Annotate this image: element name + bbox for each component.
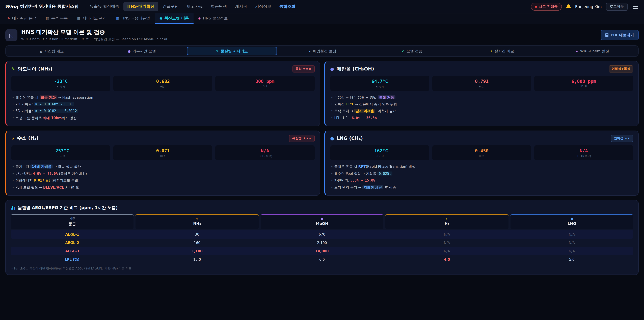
logout-button[interactable]: 로그아웃 <box>606 3 628 11</box>
table-col-grade: 기준 등급 <box>11 214 134 229</box>
page-title: HNS 대기확산 모델 이론 및 검증 <box>21 29 168 36</box>
bell-icon[interactable] <box>566 4 571 9</box>
stat-specific-gravity: 0.791 비중 <box>432 76 531 91</box>
card-bullet: 해수면 Pool 형성 → 기화율 0.025t <box>330 170 633 177</box>
card-header: ⚡ 수소 (H₂) 폭발성 ★★★ <box>12 135 314 142</box>
rocket-icon: ➤ <box>576 49 578 53</box>
card-methanol: ● 메탄올 (CH₃OH) 인화성+독성 64.7°C 비등점 0.791 비중… <box>324 61 639 126</box>
nav-item-weather[interactable]: 기상정보 <box>252 2 275 12</box>
card-bullet: 3D 기화율: m = 0.0182t - 0.0112 <box>12 108 314 115</box>
user-name: Eunjeong Kim <box>575 4 602 9</box>
main-menu: 유출유 확산예측 HNS·대기확산 긴급구난 보고자료 항공탐색 게시판 기상정… <box>86 2 299 12</box>
stab-model-validation[interactable]: ✔ 모델 검증 <box>367 47 457 55</box>
card-header: ● LNG (CH₄) 인화성 ★★ <box>330 135 633 142</box>
hazard-badge: 인화성+독성 <box>608 66 633 73</box>
nav-item-oil-spill[interactable]: 유출유 확산예측 <box>86 2 123 12</box>
stat-row: -33°C 비등점 0.682 비중 300 ppm IDLH <box>12 76 314 91</box>
stab-substance-scenarios[interactable]: ✎ 물질별 시나리오 <box>187 47 277 55</box>
card-bullet: Puff 모델 필요 → BLEVE/VCE 시나리오 <box>12 184 314 191</box>
bolt-icon: ⚡ <box>386 217 508 221</box>
brand[interactable]: Wing 해양환경 위기대응 통합시스템 <box>5 4 79 10</box>
card-bullet: LFL~UFL: 4.0% ~ 75.0% (극넓은 가연범위) <box>12 170 314 177</box>
pencil-icon: ✎ <box>136 217 258 221</box>
table-row-lfl: LFL (%) 15.0 6.0 4.0 5.0 <box>11 255 633 264</box>
stat-boiling-point: 64.7°C 비등점 <box>330 76 429 91</box>
stab-wrf-chem[interactable]: ➤ WRF-Chem 발전 <box>547 47 637 55</box>
ruler-icon: ◺ <box>5 29 18 41</box>
card-bullet: 가연범위: 5.0% ~ 15.0% <box>330 177 633 184</box>
stat-specific-gravity: 0.450 비중 <box>432 145 531 160</box>
pencil-icon: ✎ <box>12 67 15 72</box>
card-bullets: 수용성 → 해수 용해 + 증발 복합 거동 인화점 11°C → 상온에서 증… <box>330 94 633 122</box>
nav-item-emergency-rescue[interactable]: 긴급구난 <box>159 2 182 12</box>
table-row-aegl1: AEGL-1 30 670 N/A N/A <box>11 230 633 238</box>
subtab-analysis-list[interactable]: ▤ 분석 목록 <box>41 14 72 24</box>
stat-boiling-point: -162°C 비등점 <box>330 145 429 160</box>
stat-row: 64.7°C 비등점 0.791 비중 6,000 ppm IDLH <box>330 76 633 91</box>
chart-bars-icon <box>11 206 15 210</box>
card-bullet: 수용성 → 해수 용해 + 증발 복합 거동 <box>330 94 633 101</box>
card-bullet: 독성 구름 풍하측 최대 10km까지 영향 <box>12 115 314 122</box>
stat-specific-gravity: 0.682 비중 <box>113 76 212 91</box>
table-footnote: ※ H₂, LNG는 독성이 아닌 질식/인화성 위험으로 AEGL 대신 LF… <box>11 267 633 271</box>
table-col-h2: ⚡ H₂ <box>386 214 508 229</box>
card-header: ✎ 암모니아 (NH₃) 독성 ★★★ <box>12 66 314 73</box>
incident-status-badge[interactable]: 사고 진행중 <box>531 3 562 11</box>
stab-system-overview[interactable]: ▲ 시스템 개요 <box>7 47 97 55</box>
card-header: ● 메탄올 (CH₃OH) 인화성+독성 <box>330 66 633 73</box>
subtab-hns-manual[interactable]: ▥ HNS 대응매뉴얼 <box>112 14 155 24</box>
stat-idlh: 300 ppm IDLH <box>216 76 314 91</box>
app-title: 해양환경 위기대응 통합시스템 <box>20 4 78 10</box>
nav-item-integrated-search[interactable]: 통합조회 <box>276 2 299 12</box>
card-title: 메탄올 (CH₃OH) <box>337 66 374 72</box>
card-bullet: 공기보다 14배 가벼움 → 급속 상승 확산 <box>12 163 314 170</box>
card-bullet: 극저온 유출 시 RPT(Rapid Phase Transition) 발생 <box>330 163 633 170</box>
table-header-row: 기준 등급 ✎ NH₃ ● MeOH ⚡ H₂ ● LNG <box>11 214 633 229</box>
card-lng: ● LNG (CH₄) 인화성 ★★ -162°C 비등점 0.450 비중 N… <box>324 131 639 196</box>
hazard-badge: 독성 ★★★ <box>292 66 314 73</box>
cloud-icon: ☁ <box>308 49 311 53</box>
table-col-nh3: ✎ NH₃ <box>136 214 258 229</box>
substance-cards: ✎ 암모니아 (NH₃) 독성 ★★★ -33°C 비등점 0.682 비중 3… <box>5 61 639 195</box>
logo-icon: Wing <box>5 4 18 9</box>
card-title: 암모니아 (NH₃) <box>18 66 52 72</box>
stat-idlh: 6,000 ppm IDLH <box>534 76 633 91</box>
stab-realtime-comparison[interactable]: ⚡ 실시간 비교 <box>457 47 547 55</box>
nav-item-hns-dispersion[interactable]: HNS·대기확산 <box>124 2 158 12</box>
circle-icon: ● <box>260 217 384 221</box>
stat-row: -253°C 비등점 0.071 비중 N/A IDLH(질식) <box>12 145 314 160</box>
app-viewport: Wing 해양환경 위기대응 통합시스템 유출유 확산예측 HNS·대기확산 긴… <box>0 0 644 320</box>
clipboard-icon: ▤ <box>46 17 49 20</box>
section-tab-bar: ▲ 시스템 개요 ● 가우시안 모델 ✎ 물질별 시나리오 ☁ 해양환경 보정 … <box>5 45 639 57</box>
menu-icon[interactable] <box>632 4 639 10</box>
table-row-aegl2: AEGL-2 160 2,100 N/A N/A <box>11 238 633 247</box>
card-title: 수소 (H₂) <box>17 135 38 141</box>
subtab-model-theory[interactable]: ◉ 확산모델 이론 <box>155 14 194 24</box>
circle-icon: ● <box>330 136 334 141</box>
card-bullet: 2D 기화율: m = 0.0168t - 0.01 <box>12 101 314 108</box>
card-bullet: 인화점 11°C → 상온에서 증기 인화 위험 <box>330 101 633 108</box>
nav-item-reports[interactable]: 보고자료 <box>183 2 206 12</box>
stab-marine-correction[interactable]: ☁ 해양환경 보정 <box>277 47 367 55</box>
card-bullet: 초기 냉각 증기 → 지표면 체류 후 상승 <box>330 184 633 191</box>
nav-item-board[interactable]: 게시판 <box>231 2 251 12</box>
nav-item-aerial-search[interactable]: 항공탐색 <box>207 2 230 12</box>
stat-specific-gravity: 0.071 비중 <box>113 145 212 160</box>
pdf-export-button[interactable]: PDF 내보내기 <box>601 30 639 40</box>
stat-idlh: N/A IDLH(질식) <box>216 145 314 160</box>
check-icon: ✔ <box>402 49 404 53</box>
table-col-meoh: ● MeOH <box>260 214 384 229</box>
subtab-scenario-management[interactable]: ▦ 시나리오 관리 <box>72 14 111 24</box>
document-icon <box>606 33 608 37</box>
pencil-icon: ✎ <box>216 49 219 53</box>
subtab-atmospheric-analysis[interactable]: ✎ 대기확산 분석 <box>3 14 41 24</box>
page-header-text: HNS 대기확산 모델 이론 및 검증 WRF-Chem · Gaussian … <box>21 29 168 42</box>
stat-boiling-point: -253°C 비등점 <box>12 145 110 160</box>
table-body: AEGL-1 30 670 N/A N/A AEGL-2 160 2,100 N… <box>11 230 633 264</box>
hazard-badge: 폭발성 ★★★ <box>289 135 314 142</box>
subtab-hns-substance-info[interactable]: ◈ HNS 물질정보 <box>194 14 232 24</box>
stat-row: -162°C 비등점 0.450 비중 N/A IDLH(질식) <box>330 145 633 160</box>
table-row-aegl3: AEGL-3 1,100 14,000 N/A N/A <box>11 247 633 255</box>
pencil-icon: ✎ <box>8 17 10 20</box>
stab-gaussian-model[interactable]: ● 가우시안 모델 <box>97 47 187 55</box>
